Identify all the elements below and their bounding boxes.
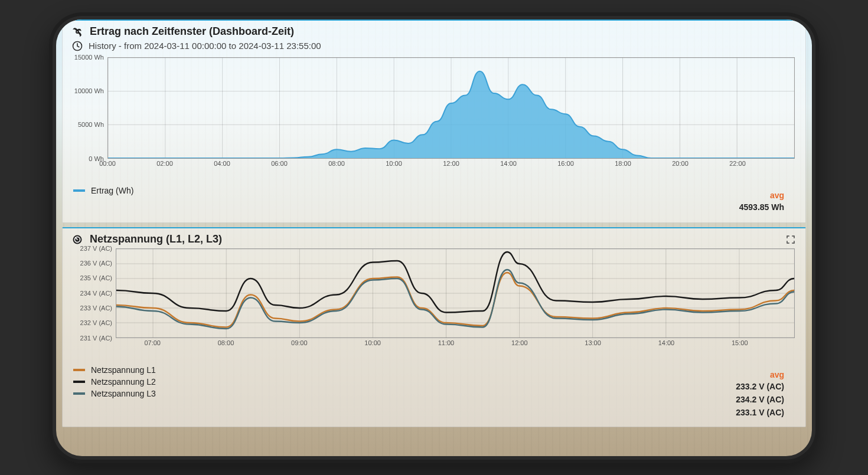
legend-swatch-l1 — [73, 369, 85, 371]
expand-icon[interactable] — [785, 234, 796, 245]
gauge-icon — [71, 233, 84, 246]
tablet-frame: Ertrag nach Zeitfenster (Dashboard-Zeit)… — [49, 12, 819, 463]
legend-swatch-l2 — [73, 381, 85, 383]
panel-netzspannung: Netzspannung (L1, L2, L3) 231 V (AC)232 … — [62, 227, 806, 427]
legend-swatch-ertrag — [73, 189, 85, 192]
avg-header: avg — [770, 191, 784, 200]
chart-ertrag[interactable]: 0 Wh5000 Wh10000 Wh15000 Wh 00:0002:0004… — [73, 57, 796, 169]
panel-ertrag: Ertrag nach Zeitfenster (Dashboard-Zeit)… — [62, 19, 806, 223]
screen: Ertrag nach Zeitfenster (Dashboard-Zeit)… — [56, 19, 812, 456]
avg-value-l2: 234.2 V (AC) — [736, 395, 784, 404]
avg-value-l3: 233.1 V (AC) — [736, 408, 784, 417]
chart-netzspannung[interactable]: 231 V (AC)232 V (AC)233 V (AC)234 V (AC)… — [73, 248, 796, 349]
clock-icon — [71, 40, 84, 53]
fan-icon — [71, 25, 84, 38]
legend-label: Ertrag (Wh) — [91, 186, 133, 195]
avg-header: avg — [770, 370, 784, 379]
legend-label-l3: Netzspannung L3 — [91, 389, 156, 398]
legend-label-l1: Netzspannung L1 — [91, 365, 156, 375]
panel-title: Ertrag nach Zeitfenster (Dashboard-Zeit) — [90, 25, 294, 38]
avg-value-ertrag: 4593.85 Wh — [739, 202, 784, 212]
panel-subtitle: History - from 2024-03-11 00:00:00 to 20… — [89, 41, 321, 51]
panel-title: Netzspannung (L1, L2, L3) — [90, 233, 222, 245]
avg-value-l1: 233.2 V (AC) — [736, 382, 784, 391]
legend-swatch-l3 — [73, 392, 85, 395]
legend-label-l2: Netzspannung L2 — [91, 377, 156, 386]
